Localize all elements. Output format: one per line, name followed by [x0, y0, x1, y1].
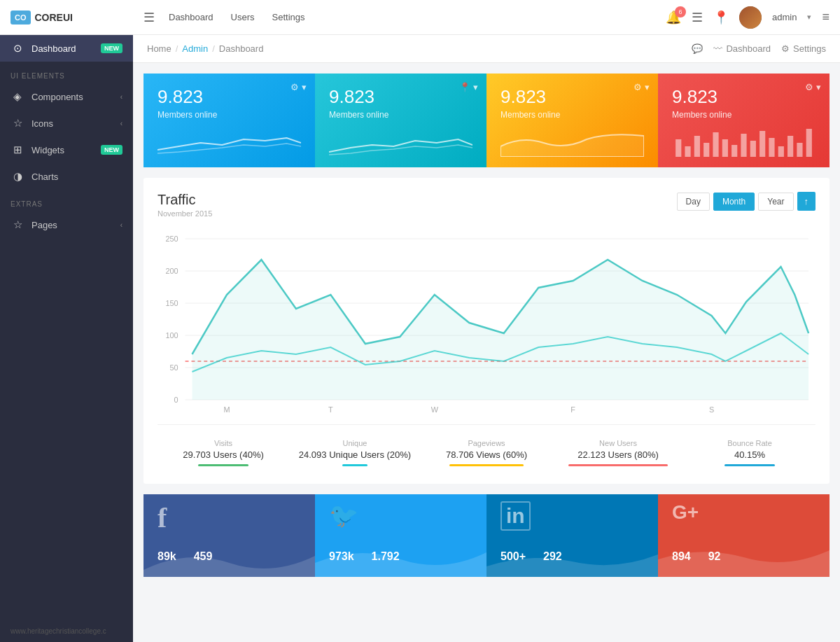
top-nav-links: Dashboard Users Settings [169, 12, 305, 22]
linkedin-icon: in [500, 501, 531, 531]
linkedin-stats: 500+ 292 [500, 550, 562, 563]
nav-link-settings[interactable]: Settings [272, 12, 305, 22]
location-button[interactable]: 📍 [713, 10, 729, 25]
hamburger-button[interactable]: ☰ [144, 10, 155, 25]
list-button[interactable]: ☰ [692, 10, 703, 25]
stat-cards: ⚙ ▾ 9.823 Members online 📍 ▾ 9.823 Membe… [144, 74, 830, 167]
sidebar-label-components: Components [31, 92, 113, 102]
traffic-download-button[interactable]: ↑ [797, 192, 816, 211]
linkedin-stat1: 500+ [500, 550, 526, 563]
gear-icon: ⚙ [781, 43, 790, 54]
traffic-title: Traffic [158, 192, 212, 208]
admin-dropdown-icon[interactable]: ▾ [807, 13, 811, 22]
stat-card-yellow-label: Members online [500, 110, 644, 120]
breadcrumb-current: Dashboard [219, 43, 264, 54]
sidebar-item-icons[interactable]: ☆ Icons ‹ [0, 110, 133, 137]
stat-card-cyan-value: 9.823 [329, 86, 472, 108]
ts-newusers-value: 22.123 Users (80%) [556, 449, 680, 460]
sidebar-item-charts[interactable]: ◑ Charts [0, 163, 133, 190]
stat-card-blue: ⚙ ▾ 9.823 Members online [144, 74, 315, 167]
sidebar-item-pages[interactable]: ☆ Pages ‹ [0, 211, 133, 238]
svg-text:250: 250 [166, 235, 178, 243]
stat-card-yellow-chart [500, 125, 644, 157]
googleplus-stats: 894 92 [672, 550, 721, 563]
social-card-googleplus[interactable]: G+ 894 92 [658, 494, 830, 577]
breadcrumb-sep2: / [212, 43, 215, 54]
social-card-linkedin[interactable]: in 500+ 292 [486, 494, 658, 577]
svg-rect-6 [732, 145, 737, 157]
stat-card-red-chart [672, 125, 816, 157]
sidebar-section-ui: UI ELEMENTS [0, 62, 133, 83]
chart-icon: 〰 [713, 43, 722, 54]
stat-card-yellow-settings[interactable]: ⚙ ▾ [634, 82, 650, 92]
svg-rect-0 [676, 139, 681, 157]
components-chevron: ‹ [120, 93, 122, 101]
svg-rect-5 [722, 139, 728, 157]
logo-box: CO [10, 11, 31, 25]
nav-link-users[interactable]: Users [231, 12, 255, 22]
svg-rect-12 [788, 136, 793, 157]
svg-text:150: 150 [166, 299, 178, 307]
facebook-stat2: 459 [194, 550, 213, 563]
svg-text:F: F [570, 405, 575, 414]
svg-rect-13 [797, 143, 802, 157]
social-card-facebook[interactable]: f 89k 459 [144, 494, 315, 577]
breadcrumb-settings-link[interactable]: ⚙ Settings [781, 43, 826, 54]
breadcrumb-home[interactable]: Home [147, 43, 172, 54]
breadcrumb-comment-icon[interactable]: 💬 [692, 43, 703, 54]
ts-unique-value: 24.093 Unique Users (20%) [293, 449, 417, 460]
svg-rect-4 [713, 132, 718, 157]
traffic-ctrl-month[interactable]: Month [713, 193, 755, 211]
components-icon: ◈ [10, 90, 24, 103]
traffic-ctrl-year[interactable]: Year [758, 193, 793, 211]
traffic-stat-pageviews: Pageviews 78.706 Views (60%) [421, 435, 552, 470]
avatar-image [739, 6, 762, 29]
breadcrumb-admin[interactable]: Admin [182, 43, 208, 54]
twitter-stat1: 973k [329, 550, 354, 563]
sidebar-item-widgets[interactable]: ⊞ Widgets NEW [0, 137, 133, 163]
stat-card-red-settings[interactable]: ⚙ ▾ [805, 82, 821, 92]
logo: CO COREUI [10, 11, 140, 25]
stat-card-cyan-settings[interactable]: 📍 ▾ [459, 82, 478, 92]
sidebar-item-components[interactable]: ◈ Components ‹ [0, 83, 133, 110]
menu-button[interactable]: ≡ [822, 10, 830, 25]
svg-text:0: 0 [174, 396, 178, 404]
traffic-controls: Day Month Year ↑ [677, 192, 816, 211]
ts-visits-bar [198, 464, 248, 466]
admin-name[interactable]: admin [772, 12, 797, 22]
traffic-section: Traffic November 2015 Day Month Year ↑ [144, 178, 830, 484]
sidebar: ⊙ Dashboard NEW UI ELEMENTS ◈ Components… [0, 35, 133, 642]
traffic-stat-visits: Visits 29.703 Users (40%) [158, 435, 289, 470]
traffic-stat-unique: Unique 24.093 Unique Users (20%) [289, 435, 421, 470]
svg-rect-14 [806, 129, 812, 157]
stat-card-red-label: Members online [672, 110, 816, 120]
svg-rect-9 [760, 131, 765, 157]
ts-bounce-label: Bounce Rate [687, 439, 812, 447]
sidebar-footer: www.heritagechristiancollege.c [0, 620, 133, 642]
avatar[interactable] [739, 6, 762, 29]
svg-rect-3 [704, 143, 709, 157]
breadcrumb-dashboard-link[interactable]: 〰 Dashboard [713, 43, 771, 54]
googleplus-stat2: 92 [708, 550, 721, 563]
stat-card-red-value: 9.823 [672, 86, 816, 108]
notifications-button[interactable]: 🔔 6 [666, 10, 681, 25]
ts-visits-value: 29.703 Users (40%) [161, 449, 286, 460]
ts-unique-bar [342, 464, 368, 466]
sidebar-item-dashboard[interactable]: ⊙ Dashboard NEW [0, 35, 133, 62]
svg-rect-1 [685, 146, 690, 157]
page-body: ⚙ ▾ 9.823 Members online 📍 ▾ 9.823 Membe… [133, 63, 840, 642]
stat-card-blue-settings[interactable]: ⚙ ▾ [290, 82, 307, 92]
traffic-ctrl-day[interactable]: Day [677, 193, 710, 211]
sidebar-label-dashboard: Dashboard [31, 43, 94, 54]
stat-card-blue-label: Members online [158, 110, 301, 120]
traffic-title-area: Traffic November 2015 [158, 192, 212, 218]
nav-link-dashboard[interactable]: Dashboard [169, 12, 214, 22]
social-card-twitter[interactable]: 🐦 973k 1.792 [315, 494, 486, 577]
stat-card-blue-value: 9.823 [158, 86, 301, 108]
pages-icon: ☆ [10, 218, 24, 231]
sidebar-section-extras: EXTRAS [0, 190, 133, 211]
stat-card-cyan: 📍 ▾ 9.823 Members online [315, 74, 486, 167]
social-cards: f 89k 459 🐦 [144, 494, 830, 577]
linkedin-stat2: 292 [543, 550, 562, 563]
sidebar-label-widgets: Widgets [31, 145, 94, 155]
